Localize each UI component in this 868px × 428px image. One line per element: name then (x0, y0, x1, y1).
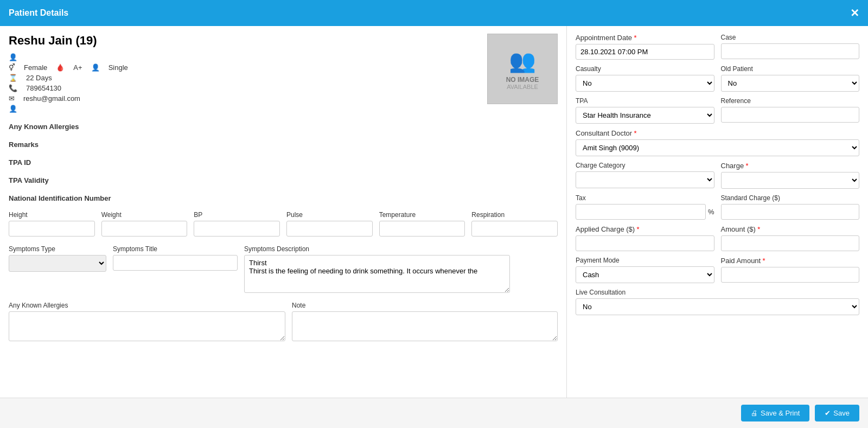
phone-icon: 📞 (9, 84, 17, 92)
tax-input-row: % (576, 204, 714, 220)
temperature-input[interactable] (379, 221, 465, 237)
appointment-case-row: Appointment Date * Case (576, 34, 859, 60)
temperature-label: Temperature (379, 211, 465, 219)
charge-category-select[interactable] (576, 171, 714, 188)
charge-category-group: Charge Category (576, 162, 714, 189)
consultant-doctor-label: Consultant Doctor * (576, 129, 859, 137)
modal-body: Reshu Jain (19) 👤 ⚥ Female 🩸 A+ 👤 Single (0, 26, 868, 398)
no-image-sub: AVAILABLE (507, 84, 538, 90)
vitals-row: Height Weight BP Pulse Temperature (9, 211, 558, 237)
reference-input[interactable] (721, 107, 860, 123)
applied-charge-group: Applied Charge ($) * (576, 225, 714, 251)
paid-amount-group: Paid Amount * (721, 257, 860, 283)
patient-top: Reshu Jain (19) 👤 ⚥ Female 🩸 A+ 👤 Single (9, 34, 558, 202)
save-button[interactable]: ✔ Save (815, 405, 859, 421)
applied-amount-row: Applied Charge ($) * Amount ($) * (576, 225, 859, 251)
modal-title: Patient Details (9, 8, 68, 18)
pulse-group: Pulse (286, 211, 373, 237)
amount-required: * (757, 225, 760, 233)
tax-input[interactable] (576, 204, 706, 220)
person-placeholder-icon: 👥 (509, 48, 536, 74)
save-label: Save (833, 409, 850, 417)
height-label: Height (9, 211, 95, 219)
tpa-validity-section: TPA Validity (9, 173, 128, 184)
tpa-label: TPA (576, 97, 714, 105)
marital-icon: 👤 (91, 63, 100, 72)
symptoms-type-group: Symptoms Type (9, 245, 106, 272)
paid-amount-label: Paid Amount * (721, 257, 860, 265)
respiration-input[interactable] (471, 221, 558, 237)
modal-header: Patient Details ✕ (0, 0, 868, 26)
patient-name: Reshu Jain (19) (9, 34, 128, 48)
tax-label: Tax (576, 194, 714, 202)
remarks-label: Remarks (9, 140, 128, 149)
charge-category-label: Charge Category (576, 162, 714, 169)
live-consultation-row: Live Consultation No Yes (576, 289, 859, 315)
patient-phone: 789654130 (26, 84, 61, 92)
height-input[interactable] (9, 221, 95, 237)
old-patient-group: Old Patient No Yes (721, 65, 860, 92)
left-panel: Reshu Jain (19) 👤 ⚥ Female 🩸 A+ 👤 Single (0, 26, 567, 398)
note-label: Note (292, 302, 558, 309)
no-image-text: NO IMAGE (506, 76, 539, 84)
reference-label: Reference (721, 97, 860, 105)
tpa-id-section: TPA ID (9, 155, 128, 167)
save-print-button[interactable]: 🖨 Save & Print (741, 405, 809, 421)
charge-select[interactable] (721, 172, 860, 189)
patient-gender: Female (24, 63, 47, 72)
tax-group: Tax % (576, 194, 714, 220)
live-consultation-select[interactable]: No Yes (576, 298, 859, 315)
standard-charge-input[interactable] (721, 204, 860, 220)
live-consultation-group: Live Consultation No Yes (576, 289, 859, 315)
close-button[interactable]: ✕ (850, 7, 859, 20)
tpa-id-label: TPA ID (9, 158, 128, 167)
casualty-select[interactable]: No Yes (576, 75, 714, 92)
consultant-doctor-select[interactable]: Amit Singh (9009) (576, 139, 859, 156)
save-print-label: Save & Print (761, 409, 800, 417)
tpa-group: TPA Star Health Insurance Other (576, 97, 714, 124)
height-group: Height (9, 211, 95, 237)
user-icon: 👤 (9, 53, 17, 61)
email-icon: ✉ (9, 94, 15, 103)
symptoms-row: Symptoms Type Symptoms Title Symptoms De… (9, 245, 558, 293)
casualty-label: Casualty (576, 65, 714, 73)
patient-details-modal: Patient Details ✕ Reshu Jain (19) 👤 ⚥ Fe… (0, 0, 868, 428)
pulse-input[interactable] (286, 221, 373, 237)
charge-required: * (745, 162, 748, 170)
patient-gender-row: ⚥ Female 🩸 A+ 👤 Single (9, 63, 128, 72)
weight-input[interactable] (101, 221, 188, 237)
symptoms-title-input[interactable] (113, 255, 238, 271)
note-textarea[interactable] (292, 311, 558, 341)
note-group: Note (292, 302, 558, 341)
weight-group: Weight (101, 211, 188, 237)
applied-charge-label: Applied Charge ($) * (576, 225, 714, 233)
casualty-oldpatient-row: Casualty No Yes Old Patient No Yes (576, 65, 859, 92)
payment-mode-select[interactable]: Cash Card Online (576, 266, 714, 283)
appointment-date-input[interactable] (576, 44, 714, 60)
case-input[interactable] (721, 43, 860, 59)
patient-age-row: ⌛ 22 Days (9, 74, 128, 82)
right-panel: Appointment Date * Case Casualty No Yes (567, 26, 868, 398)
known-allergies-textarea[interactable] (9, 311, 285, 341)
amount-input[interactable] (721, 235, 860, 251)
temperature-group: Temperature (379, 211, 465, 237)
symptoms-description-textarea[interactable] (244, 255, 510, 293)
paid-amount-input[interactable] (721, 267, 860, 283)
modal-footer: 🖨 Save & Print ✔ Save (0, 398, 868, 428)
known-allergies-label: Any Known Allergies (9, 123, 128, 131)
old-patient-select[interactable]: No Yes (721, 75, 860, 92)
applied-charge-input[interactable] (576, 235, 714, 251)
charge-group: Charge * (721, 162, 860, 189)
bp-input[interactable] (194, 221, 280, 237)
casualty-group: Casualty No Yes (576, 65, 714, 92)
patient-blood-group: A+ (73, 63, 82, 72)
misc-icon: 👤 (9, 105, 17, 113)
patient-misc-row: 👤 (9, 105, 128, 113)
standard-charge-group: Standard Charge ($) (721, 194, 860, 220)
gender-icon: ⚥ (9, 63, 15, 72)
symptoms-type-select[interactable] (9, 255, 106, 272)
national-id-section: National Identification Number (9, 191, 128, 202)
patient-age: 22 Days (26, 74, 52, 82)
tpa-select[interactable]: Star Health Insurance Other (576, 107, 714, 124)
respiration-label: Respiration (471, 211, 558, 219)
